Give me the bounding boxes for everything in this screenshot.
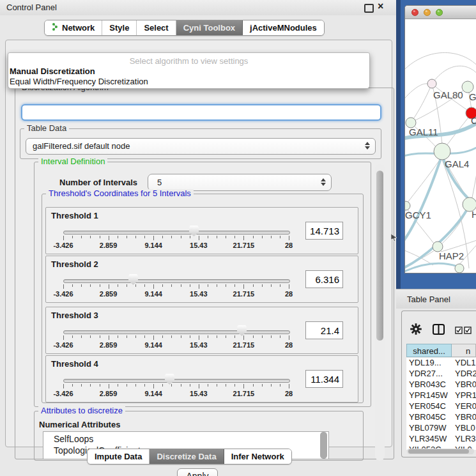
cell-name: YBL0 — [455, 423, 475, 433]
cell-shared-name: YDR27... — [409, 369, 443, 378]
threshold-value-field[interactable] — [305, 370, 343, 388]
tab-infer-network[interactable]: Infer Network — [224, 449, 291, 464]
group-title: Interval Definition — [38, 157, 107, 166]
node-label-gal80: GAL80 — [433, 89, 463, 100]
panel-title: Control Panel — [6, 3, 57, 12]
threshold-slider-track[interactable] — [63, 279, 290, 283]
network-edge[interactable] — [472, 150, 476, 201]
algorithm-dropdown-popup: Select algorithm to view settings Manual… — [8, 52, 370, 89]
threshold-value-field[interactable] — [305, 270, 343, 288]
network-edge-thick[interactable] — [405, 263, 457, 273]
threshold-slider-thumb[interactable] — [128, 274, 138, 285]
table-row[interactable]: YBR045CYBR0 — [406, 412, 476, 423]
window-frame-edge — [396, 0, 401, 289]
threshold-2-panel: Threshold 2-3.4262.8599.14415.4321.71528 — [45, 256, 358, 303]
threshold-value-field[interactable] — [305, 321, 343, 339]
table-row[interactable]: YLR345WYLR3 — [406, 434, 476, 445]
partial-node[interactable] — [455, 264, 464, 273]
threshold-slider-track[interactable] — [63, 231, 290, 234]
table-panel-title: Table Panel — [407, 295, 450, 304]
cell-name: YDR2 — [455, 369, 476, 378]
cell-name: YBR0 — [455, 380, 476, 389]
column-header-name[interactable]: n — [452, 344, 476, 357]
close-icon[interactable]: × — [378, 1, 383, 12]
horizontal-scrollbar-thumb[interactable] — [408, 449, 469, 454]
network-icon — [52, 22, 59, 33]
tab-select[interactable]: Select — [137, 20, 176, 35]
table-row[interactable]: YPR145WYPR1 — [406, 390, 476, 401]
threshold-slider-track[interactable] — [63, 330, 290, 334]
threshold-slider-thumb[interactable] — [189, 226, 199, 236]
minimize-traffic-light-icon[interactable] — [424, 9, 431, 16]
tab-jactivemnodules[interactable]: jActiveMNodules — [243, 20, 324, 35]
apply-button[interactable]: Apply — [177, 468, 218, 476]
node-label-gcy1: GCY1 — [405, 210, 431, 220]
tab-impute-data[interactable]: Impute Data — [88, 449, 150, 464]
tab-label: jActiveMNodules — [250, 23, 317, 33]
network-edge[interactable] — [432, 66, 476, 84]
tab-cyni-toolbox[interactable]: Cyni Toolbox — [176, 20, 243, 35]
cell-name: YER0 — [455, 401, 476, 411]
attribute-item-selfloops[interactable]: SelfLoops — [54, 433, 328, 445]
float-window-icon[interactable] — [364, 4, 374, 13]
tab-label: Infer Network — [231, 452, 284, 461]
cell-name: YPR1 — [455, 390, 476, 400]
combobox-value: galFiltered.sif default node — [33, 141, 130, 151]
threshold-label: Threshold 1 — [51, 211, 98, 220]
dropdown-option-equal-width-frequency[interactable]: Equal Width/Frequency Discretization — [10, 77, 367, 86]
tab-label: Discretize Data — [157, 452, 216, 461]
mouse-cursor — [391, 233, 397, 244]
tab-label: Cyni Toolbox — [183, 23, 235, 33]
vertical-scrollbar-thumb[interactable] — [376, 171, 383, 341]
cyni-toolbox-panel: Discretization Algorithm Table Data galF… — [5, 40, 392, 447]
algorithm-combobox[interactable] — [21, 104, 381, 121]
cell-shared-name: YLR345W — [409, 434, 447, 443]
tab-discretize-data[interactable]: Discretize Data — [150, 449, 224, 464]
tab-label: Impute Data — [95, 452, 142, 461]
table-row[interactable]: YBR043CYBR0 — [406, 380, 476, 390]
threshold-value-field[interactable] — [305, 222, 343, 240]
list-scrollbar-thumb[interactable] — [320, 432, 327, 459]
network-edge[interactable] — [405, 52, 476, 73]
table-row[interactable]: YBL079WYBL0 — [406, 423, 476, 434]
group-title: Table Data — [24, 124, 69, 133]
cell-shared-name: YBR043C — [409, 380, 446, 389]
combobox-value: 5 — [157, 178, 162, 187]
network-canvas[interactable]: GAL80GACGAL11GAL4GCY1HHAP2 — [405, 19, 476, 273]
threshold-slider-thumb[interactable] — [165, 374, 174, 385]
checkbox-icon[interactable] — [455, 325, 463, 337]
dropdown-option-manual-discretization[interactable]: Manual Discretization — [10, 66, 367, 76]
table-data-group: Table Data galFiltered.sif default node — [20, 128, 381, 159]
table-row[interactable]: YDL19...YDL1 — [406, 358, 476, 369]
GAL4-node[interactable] — [434, 143, 450, 160]
network-edge[interactable] — [441, 239, 476, 252]
network-edge-thick[interactable] — [405, 158, 441, 245]
network-edge[interactable] — [405, 84, 429, 102]
GAL80-node[interactable] — [427, 79, 436, 88]
settings-gear-icon[interactable] — [410, 323, 422, 337]
close-traffic-light-icon[interactable] — [411, 9, 418, 16]
table-row[interactable]: YER054CYER0 — [406, 401, 476, 412]
tab-style[interactable]: Style — [102, 20, 137, 35]
cell-shared-name: YER054C — [409, 401, 446, 411]
GCY1-node[interactable] — [405, 201, 410, 210]
table-panel-titlebar: Table Panel — [396, 289, 476, 309]
tab-label: Network — [62, 23, 95, 33]
network-window-titlebar[interactable] — [405, 6, 476, 19]
column-split-icon[interactable] — [432, 323, 445, 339]
tab-network[interactable]: Network — [45, 20, 102, 35]
node-label-gal11: GAL11 — [409, 127, 438, 137]
threshold-slider-thumb[interactable] — [237, 325, 247, 336]
cell-shared-name: YDL19... — [409, 358, 441, 367]
column-header-shared[interactable]: shared... — [406, 344, 452, 357]
thresholds-group: Threshold's Coordinates for 5 Intervals … — [42, 194, 364, 403]
zoom-traffic-light-icon[interactable] — [436, 9, 443, 16]
threshold-slider-track[interactable] — [63, 379, 290, 383]
dropdown-hint: Select algorithm to view settings — [8, 56, 369, 66]
table-data-combobox[interactable]: galFiltered.sif default node — [26, 138, 376, 155]
checkbox-icon[interactable] — [464, 325, 472, 337]
network-edge[interactable] — [407, 159, 440, 203]
control-panel-titlebar: Control Panel × — [0, 0, 396, 15]
table-row[interactable]: YDR27...YDR2 — [406, 369, 476, 380]
node-label-hap2: HAP2 — [439, 250, 464, 261]
